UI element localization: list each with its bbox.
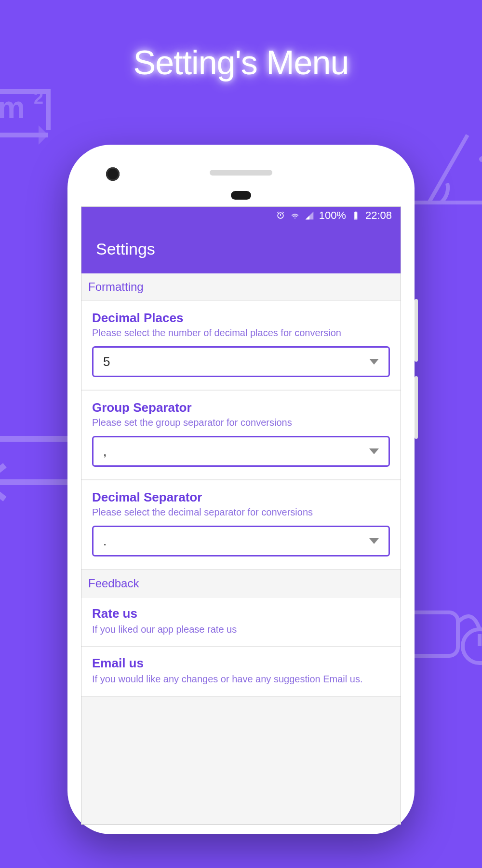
- section-feedback-header: Feedback: [81, 570, 401, 597]
- svg-point-4: [479, 156, 482, 162]
- app-bar: Settings: [81, 224, 401, 273]
- section-formatting-header: Formatting: [81, 273, 401, 301]
- email-us-sub: If you would like any changes or have an…: [92, 673, 390, 685]
- decimal-separator-value: .: [103, 534, 107, 549]
- decimal-separator-select[interactable]: .: [92, 526, 390, 556]
- chevron-down-icon: [369, 359, 379, 365]
- speaker-grille: [210, 170, 272, 176]
- group-separator-sub: Please set the group separator for conve…: [92, 417, 390, 428]
- status-bar: 100% 22:08: [81, 207, 401, 224]
- app-bar-title: Settings: [96, 240, 155, 258]
- screen: 100% 22:08 Settings Formatting Decimal P…: [81, 206, 401, 825]
- svg-text:2: 2: [34, 88, 43, 108]
- decimal-places-title: Decimal Places: [92, 311, 390, 326]
- rate-us-sub: If you liked our app please rate us: [92, 623, 390, 636]
- decimal-separator-sub: Please select the decimal separator for …: [92, 507, 390, 518]
- rate-us-title: Rate us: [92, 606, 390, 621]
- email-us-title: Email us: [92, 656, 390, 671]
- volume-down-button: [415, 376, 418, 439]
- alarm-icon: [276, 211, 285, 220]
- bg-transfer-icon: [0, 410, 77, 535]
- decimal-places-sub: Please select the number of decimal plac…: [92, 327, 390, 339]
- camera-dot: [106, 167, 120, 181]
- email-us-item[interactable]: Email us If you would like any changes o…: [81, 647, 401, 697]
- chevron-down-icon: [369, 538, 379, 544]
- decimal-places-select[interactable]: 5: [92, 346, 390, 377]
- battery-text: 100%: [319, 209, 346, 222]
- battery-icon: [351, 211, 361, 220]
- svg-text:m: m: [0, 90, 25, 125]
- group-separator-select[interactable]: ,: [92, 436, 390, 467]
- clock-text: 22:08: [365, 209, 392, 222]
- rate-us-item[interactable]: Rate us If you liked our app please rate…: [81, 597, 401, 647]
- volume-up-button: [415, 299, 418, 362]
- bg-area-icon: m 2: [0, 77, 63, 164]
- decimal-separator-card: Decimal Separator Please select the deci…: [81, 480, 401, 570]
- decimal-places-card: Decimal Places Please select the number …: [81, 301, 401, 391]
- promo-title: Setting's Menu: [0, 43, 482, 82]
- phone-mockup: 100% 22:08 Settings Formatting Decimal P…: [67, 145, 415, 834]
- chevron-down-icon: [369, 448, 379, 454]
- group-separator-title: Group Separator: [92, 400, 390, 415]
- svg-rect-10: [354, 213, 357, 219]
- signal-icon: [305, 211, 314, 220]
- earpiece: [231, 191, 251, 200]
- wifi-icon: [290, 211, 300, 220]
- decimal-separator-title: Decimal Separator: [92, 490, 390, 505]
- group-separator-value: ,: [103, 444, 107, 459]
- decimal-places-value: 5: [103, 354, 110, 369]
- group-separator-card: Group Separator Please set the group sep…: [81, 391, 401, 480]
